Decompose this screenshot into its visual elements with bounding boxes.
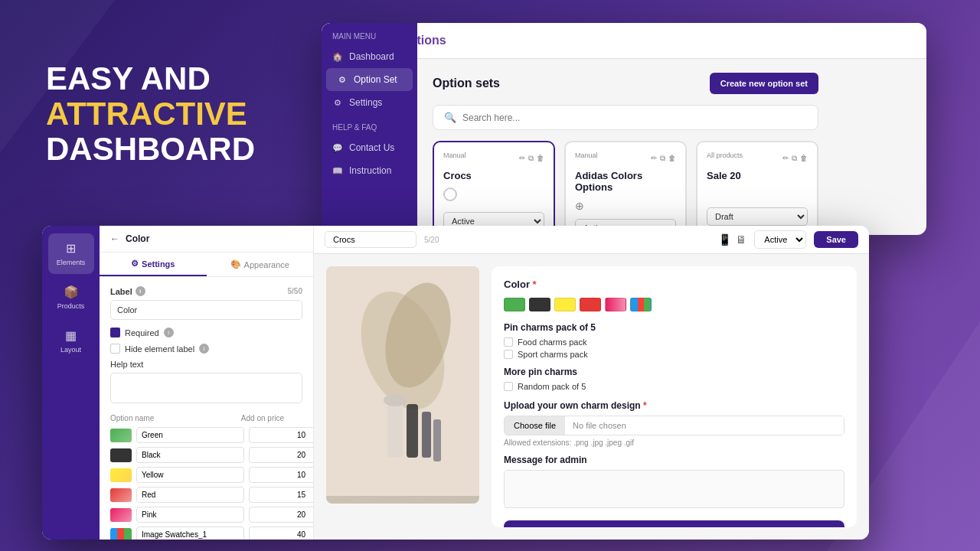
upload-required-mark: *: [643, 400, 647, 411]
swatch-item-multi[interactable]: [630, 298, 652, 311]
color-swatches-row: [504, 298, 844, 311]
bottom-sidebar-elements[interactable]: ⊞ Elements: [48, 233, 94, 274]
edit-icon-1[interactable]: ✏: [519, 154, 525, 163]
admin-msg-label: Message for admin: [504, 455, 844, 465]
card-icons-1: ✏ ⧉ 🗑: [519, 154, 544, 163]
sidebar-item-dashboard[interactable]: 🏠 Dashboard: [322, 45, 417, 68]
food-charms-checkbox[interactable]: [504, 337, 513, 347]
bottom-sidebar-products[interactable]: 📦 Products: [48, 277, 94, 318]
swatch-item-green[interactable]: [504, 298, 525, 311]
random-pack-checkbox[interactable]: [504, 382, 513, 391]
edit-icon-2[interactable]: ✏: [651, 154, 657, 163]
delete-icon-3[interactable]: 🗑: [800, 154, 808, 163]
random-pack-label: Random pack of 5: [518, 382, 586, 391]
card-name-1: Crocs: [443, 170, 544, 181]
admin-message-textarea[interactable]: [504, 470, 844, 508]
elements-label: Elements: [57, 259, 86, 266]
bottom-sidebar-layout[interactable]: ▦ Layout: [48, 321, 94, 361]
option-name-green[interactable]: [136, 427, 244, 443]
back-arrow-icon[interactable]: ←: [110, 233, 119, 244]
option-row-pink: ▲ ▼ 🔒: [110, 507, 302, 523]
option-name-multi[interactable]: [136, 527, 244, 540]
settings-tabs: ⚙ Settings 🎨 Appearance: [100, 253, 313, 277]
top-main-content: Option sets Create new option set 🔍 Manu…: [417, 59, 834, 235]
option-price-yellow[interactable]: [249, 467, 313, 483]
create-option-set-button[interactable]: Create new option set: [710, 73, 818, 94]
more-pin-section: More pin charms Random pack of 5: [504, 367, 844, 391]
search-input[interactable]: [462, 112, 807, 123]
option-sets-header: Option sets Create new option set: [433, 73, 818, 94]
option-card-crocs[interactable]: Manual ✏ ⧉ 🗑 Crocs Active Draft: [433, 141, 555, 235]
required-checkbox[interactable]: [110, 328, 120, 337]
sport-charms-label: Sport charms pack: [518, 350, 588, 359]
options-table-header: Option name Add on price: [110, 414, 302, 422]
sidebar-item-contact[interactable]: 💬 Contact Us: [322, 136, 417, 159]
desktop-icon[interactable]: 🖥: [736, 233, 746, 246]
choose-file-button[interactable]: Choose file: [505, 416, 565, 435]
status-dropdown[interactable]: Active Draft: [754, 230, 806, 249]
option-price-multi[interactable]: [249, 527, 313, 540]
option-price-red[interactable]: [249, 487, 313, 503]
delete-icon-2[interactable]: 🗑: [668, 154, 676, 163]
product-image-svg: [326, 266, 479, 496]
no-file-text: No file chosen: [565, 416, 844, 435]
settings-tab-label: Settings: [142, 259, 175, 269]
svg-rect-7: [407, 404, 418, 458]
col-option-name: Option name: [110, 414, 217, 422]
upload-btn-row: Choose file No file chosen: [504, 416, 844, 435]
copy-icon-2[interactable]: ⧉: [660, 154, 665, 163]
color-required-mark: *: [533, 279, 537, 290]
swatch-item-pink[interactable]: [605, 298, 626, 311]
appearance-tab-icon: 🎨: [230, 259, 241, 269]
admin-message-section: Message for admin: [504, 455, 844, 520]
product-name-char-count: 5/20: [424, 236, 439, 244]
sidebar-item-settings[interactable]: ⚙ Settings: [322, 91, 417, 114]
swatch-item-black[interactable]: [529, 298, 550, 311]
sport-charms-checkbox[interactable]: [504, 350, 513, 359]
sidebar-option-set-label: Option Set: [354, 74, 397, 85]
label-input[interactable]: [110, 300, 302, 320]
tab-appearance[interactable]: 🎨 Appearance: [207, 253, 314, 276]
search-icon: 🔍: [444, 112, 456, 123]
checkbox-random-pack: Random pack of 5: [504, 382, 844, 391]
option-price-pink[interactable]: [249, 507, 313, 523]
card-tag-3: All products: [707, 152, 743, 159]
option-name-red[interactable]: [136, 487, 244, 503]
add-to-cart-button[interactable]: Add To Cart: [504, 520, 844, 527]
option-name-black[interactable]: [136, 447, 244, 463]
option-name-yellow[interactable]: [136, 467, 244, 483]
tab-settings[interactable]: ⚙ Settings: [100, 253, 207, 276]
option-card-sale[interactable]: All products ✏ ⧉ 🗑 Sale 20 Draft Active: [696, 141, 818, 235]
product-name-input[interactable]: [325, 231, 416, 248]
swatch-multi: [110, 528, 132, 540]
toolbar-right: 📱 🖥 Active Draft Save: [718, 230, 858, 249]
option-price-green[interactable]: [249, 427, 313, 443]
bottom-preview-area: 5/20 📱 🖥 Active Draft Save: [314, 226, 869, 540]
file-extensions: Allowed extensions: .png .jpg .jpeg .gif: [504, 439, 844, 447]
delete-icon-1[interactable]: 🗑: [537, 154, 544, 163]
label-info-icon: i: [136, 286, 145, 296]
bottom-editor-window: ⊞ Elements 📦 Products ▦ Layout ← Color ⚙…: [42, 226, 869, 540]
sidebar-item-option-set[interactable]: ⚙ Option Set: [326, 68, 413, 91]
copy-icon-1[interactable]: ⧉: [528, 154, 534, 163]
required-info-icon: i: [164, 328, 174, 337]
copy-icon-3[interactable]: ⧉: [792, 154, 797, 163]
hide-label-info-icon: i: [199, 344, 209, 354]
help-text-input[interactable]: [110, 373, 302, 403]
edit-icon-3[interactable]: ✏: [782, 154, 789, 163]
layout-icon: ▦: [65, 328, 77, 343]
mobile-icon[interactable]: 📱: [718, 233, 731, 246]
swatch-item-yellow[interactable]: [554, 298, 576, 311]
sidebar-item-instruction[interactable]: 📖 Instruction: [322, 159, 417, 182]
card-indicator-3: [707, 187, 808, 201]
hide-label-checkbox[interactable]: [110, 344, 120, 354]
option-card-adidas[interactable]: Manual ✏ ⧉ 🗑 Adidas Colors Options ⊕ Act…: [564, 141, 687, 235]
option-name-pink[interactable]: [136, 507, 244, 523]
save-button[interactable]: Save: [814, 231, 858, 248]
settings-panel-header: ← Color: [100, 226, 313, 253]
card-status-select-3[interactable]: Draft Active: [707, 207, 808, 226]
help-faq-label: Help & FAQ: [322, 114, 417, 136]
option-price-black[interactable]: [249, 447, 313, 463]
color-option-title: Color *: [504, 279, 844, 290]
swatch-item-red[interactable]: [580, 298, 601, 311]
